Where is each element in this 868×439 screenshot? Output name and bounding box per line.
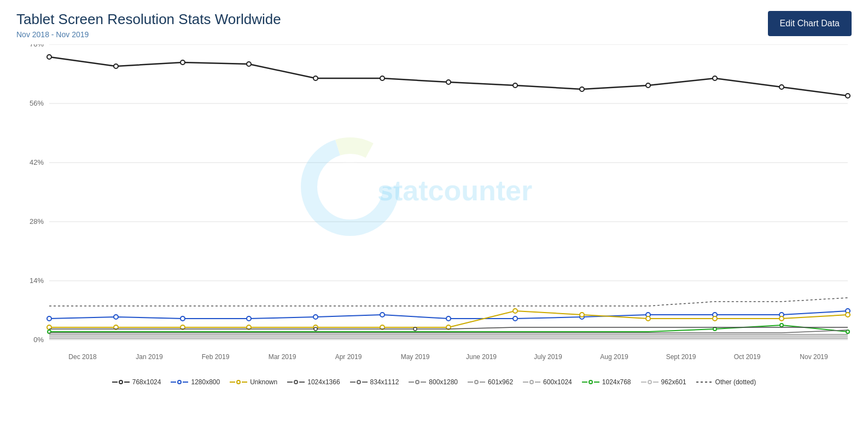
svg-point-47: [313, 315, 318, 319]
svg-point-49: [446, 316, 451, 321]
svg-point-33: [247, 62, 251, 66]
svg-point-43: [47, 316, 51, 321]
svg-point-72: [846, 330, 849, 333]
title-block: Tablet Screen Resolution Stats Worldwide…: [16, 11, 281, 39]
legend-item-601x962: 601x962: [468, 378, 513, 386]
svg-point-39: [646, 83, 650, 88]
chart-area: 0% 14% 28% 42% 56% 70% Dec 2018 Jan 2019…: [16, 44, 852, 373]
main-title: Tablet Screen Resolution Stats Worldwide: [16, 11, 281, 28]
svg-point-41: [779, 85, 784, 89]
svg-text:70%: 70%: [30, 44, 44, 48]
legend-item-1024x1366: 1024x1366: [287, 378, 340, 386]
svg-point-70: [713, 327, 716, 331]
legend-label-1024x1366: 1024x1366: [307, 378, 340, 386]
svg-point-48: [380, 313, 385, 317]
svg-text:Dec 2018: Dec 2018: [68, 353, 97, 361]
svg-point-74: [413, 327, 417, 331]
svg-point-67: [779, 316, 784, 321]
svg-point-46: [247, 316, 251, 321]
svg-point-44: [114, 315, 118, 319]
legend-item-800x1280: 800x1280: [409, 378, 458, 386]
svg-point-42: [846, 94, 850, 98]
svg-point-68: [846, 313, 850, 317]
legend-label-600x1024: 600x1024: [543, 378, 572, 386]
subtitle: Nov 2018 - Nov 2019: [16, 30, 281, 39]
svg-point-30: [47, 55, 51, 59]
svg-point-31: [114, 64, 118, 68]
legend-item-834x1112: 834x1112: [350, 378, 399, 386]
legend-label-800x1280: 800x1280: [429, 378, 458, 386]
svg-point-35: [380, 76, 385, 80]
legend-item-768x1024: 768x1024: [112, 378, 161, 386]
svg-text:28%: 28%: [30, 217, 44, 226]
legend-label-1024x768: 1024x768: [602, 378, 631, 386]
svg-point-73: [314, 327, 317, 331]
svg-point-45: [180, 316, 185, 321]
legend-label-962x601: 962x601: [661, 378, 686, 386]
svg-point-36: [446, 80, 451, 84]
svg-point-71: [780, 324, 783, 327]
legend-item-unknown: Unknown: [230, 378, 277, 386]
legend-item-1024x768: 1024x768: [582, 378, 631, 386]
svg-text:42%: 42%: [30, 158, 44, 166]
svg-point-34: [313, 76, 318, 80]
svg-text:May 2019: May 2019: [401, 353, 430, 361]
svg-text:14%: 14%: [30, 276, 44, 285]
svg-text:Apr 2019: Apr 2019: [335, 353, 362, 361]
legend-item-1280x800: 1280x800: [171, 378, 220, 386]
chart-svg: 0% 14% 28% 42% 56% 70% Dec 2018 Jan 2019…: [16, 44, 852, 373]
svg-point-40: [713, 76, 717, 80]
svg-text:0%: 0%: [33, 336, 44, 344]
legend-label-unknown: Unknown: [250, 378, 277, 386]
svg-point-63: [513, 309, 517, 313]
chart-legend: 768x1024 1280x800 Unknown 102: [16, 378, 852, 386]
svg-text:Aug 2019: Aug 2019: [600, 353, 628, 361]
legend-label-601x962: 601x962: [488, 378, 513, 386]
svg-point-32: [180, 60, 185, 65]
svg-point-64: [580, 313, 584, 317]
svg-text:Feb 2019: Feb 2019: [202, 353, 230, 361]
legend-label-768x1024: 768x1024: [132, 378, 161, 386]
page-container: Tablet Screen Resolution Stats Worldwide…: [0, 0, 868, 439]
svg-point-66: [713, 316, 717, 321]
svg-point-50: [513, 316, 517, 321]
svg-text:56%: 56%: [30, 99, 44, 107]
svg-text:June 2019: June 2019: [466, 353, 497, 361]
svg-point-28: [336, 173, 364, 200]
svg-text:July 2019: July 2019: [534, 353, 562, 361]
legend-label-1280x800: 1280x800: [191, 378, 220, 386]
svg-point-65: [646, 316, 650, 321]
legend-item-600x1024: 600x1024: [523, 378, 572, 386]
legend-item-962x601: 962x601: [641, 378, 686, 386]
legend-label-other: Other (dotted): [715, 378, 756, 386]
svg-text:Jan 2019: Jan 2019: [136, 353, 163, 361]
legend-label-834x1112: 834x1112: [370, 378, 399, 386]
legend-item-other: Other (dotted): [696, 378, 756, 386]
svg-text:Sept 2019: Sept 2019: [666, 353, 696, 361]
svg-text:Nov 2019: Nov 2019: [800, 353, 828, 361]
svg-point-38: [580, 87, 584, 91]
page-header: Tablet Screen Resolution Stats Worldwide…: [16, 11, 852, 39]
svg-text:Mar 2019: Mar 2019: [269, 353, 296, 361]
svg-text:Oct 2019: Oct 2019: [734, 353, 761, 361]
svg-text:statcounter: statcounter: [377, 175, 532, 206]
svg-point-37: [513, 83, 517, 88]
edit-chart-button[interactable]: Edit Chart Data: [768, 11, 852, 36]
